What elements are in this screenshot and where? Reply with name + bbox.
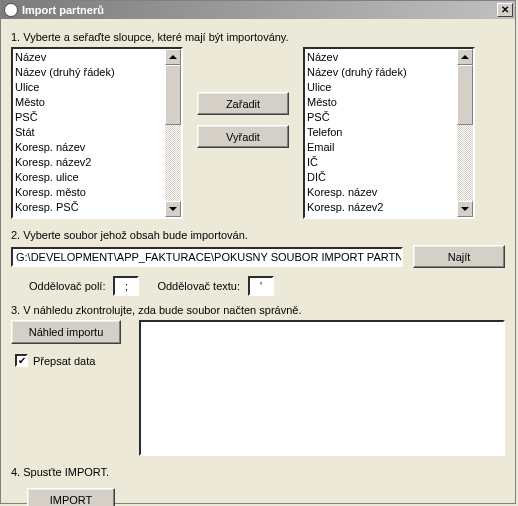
list-item[interactable]: Koresp. název bbox=[307, 185, 455, 200]
import-preview-area bbox=[139, 320, 505, 456]
scroll-thumb[interactable] bbox=[165, 65, 181, 125]
overwrite-data-label: Přepsat data bbox=[33, 355, 95, 367]
list-item[interactable]: PSČ bbox=[15, 110, 163, 125]
find-file-button[interactable]: Najít bbox=[413, 245, 505, 268]
titlebar: Import partnerů ✕ bbox=[1, 1, 515, 19]
scrollbar[interactable] bbox=[457, 49, 473, 217]
step2-label: 2. Vyberte soubor jehož obsah bude impor… bbox=[11, 229, 505, 241]
scroll-thumb[interactable] bbox=[457, 65, 473, 125]
overwrite-data-checkbox[interactable]: ✔ bbox=[15, 354, 28, 367]
preview-import-button[interactable]: Náhled importu bbox=[11, 320, 121, 344]
scroll-up-icon[interactable] bbox=[165, 49, 181, 65]
list-item[interactable]: Název bbox=[15, 50, 163, 65]
import-button[interactable]: IMPORT bbox=[27, 488, 115, 506]
list-item[interactable]: Koresp. ulice bbox=[15, 170, 163, 185]
available-columns-list[interactable]: NázevNázev (druhý řádek)UliceMěstoPSČStá… bbox=[11, 47, 183, 219]
remove-column-button[interactable]: Vyřadit bbox=[197, 125, 289, 148]
close-icon[interactable]: ✕ bbox=[497, 3, 513, 17]
app-icon bbox=[4, 3, 18, 17]
list-item[interactable]: Koresp. název bbox=[15, 140, 163, 155]
import-partners-dialog: Import partnerů ✕ 1. Vyberte a seřaďte s… bbox=[0, 0, 516, 504]
file-path-input[interactable]: G:\DEVELOPMENT\APP_FAKTURACE\POKUSNY SOU… bbox=[11, 247, 403, 267]
field-separator-label: Oddělovač polí: bbox=[29, 280, 105, 292]
add-column-button[interactable]: Zařadit bbox=[197, 92, 289, 115]
text-separator-label: Oddělovač textu: bbox=[157, 280, 240, 292]
text-separator-input[interactable]: ' bbox=[248, 276, 274, 296]
list-item[interactable]: Ulice bbox=[15, 80, 163, 95]
scroll-down-icon[interactable] bbox=[165, 201, 181, 217]
list-item[interactable]: Stát bbox=[15, 125, 163, 140]
scroll-down-icon[interactable] bbox=[457, 201, 473, 217]
window-title: Import partnerů bbox=[22, 4, 104, 16]
list-item[interactable]: Email bbox=[307, 140, 455, 155]
step4-label: 4. Spusťte IMPORT. bbox=[11, 466, 505, 478]
list-item[interactable]: Koresp. PSČ bbox=[15, 200, 163, 215]
list-item[interactable]: DIČ bbox=[307, 170, 455, 185]
list-item[interactable]: Název (druhý řádek) bbox=[15, 65, 163, 80]
scroll-up-icon[interactable] bbox=[457, 49, 473, 65]
list-item[interactable]: Název bbox=[307, 50, 455, 65]
field-separator-input[interactable]: ; bbox=[113, 276, 139, 296]
step3-label: 3. V náhledu zkontrolujte, zda bude soub… bbox=[11, 304, 505, 316]
scrollbar[interactable] bbox=[165, 49, 181, 217]
list-item[interactable]: Koresp. název2 bbox=[15, 155, 163, 170]
list-item[interactable]: Ulice bbox=[307, 80, 455, 95]
selected-columns-list[interactable]: NázevNázev (druhý řádek)UliceMěstoPSČTel… bbox=[303, 47, 475, 219]
list-item[interactable]: PSČ bbox=[307, 110, 455, 125]
list-item[interactable]: Telefon bbox=[307, 125, 455, 140]
list-item[interactable]: Koresp. město bbox=[15, 185, 163, 200]
list-item[interactable]: Město bbox=[15, 95, 163, 110]
list-item[interactable]: Koresp. název2 bbox=[307, 200, 455, 215]
list-item[interactable]: Město bbox=[307, 95, 455, 110]
list-item[interactable]: Název (druhý řádek) bbox=[307, 65, 455, 80]
list-item[interactable]: IČ bbox=[307, 155, 455, 170]
step1-label: 1. Vyberte a seřaďte sloupce, které mají… bbox=[11, 31, 505, 43]
